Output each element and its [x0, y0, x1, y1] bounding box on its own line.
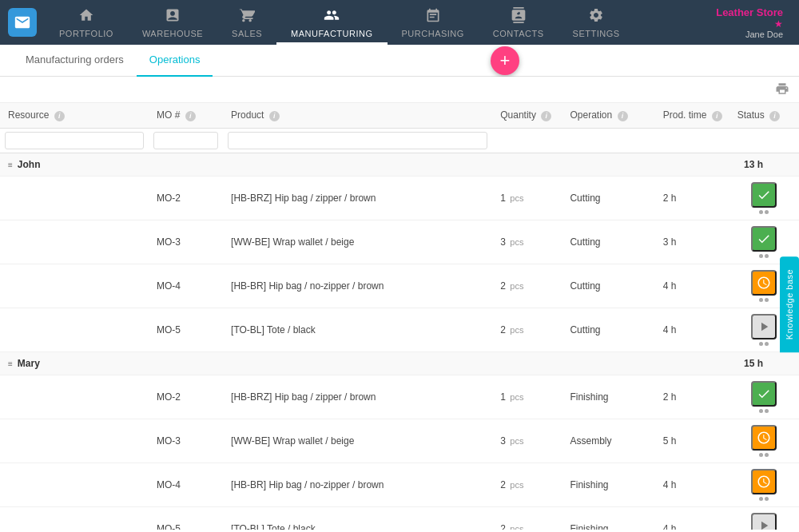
filter-product[interactable] — [223, 129, 492, 153]
cell-operation: Cutting — [562, 264, 654, 308]
cell-status — [729, 375, 799, 419]
cell-product: [HB-BR] Hip bag / no-zipper / brown — [223, 463, 492, 507]
table-filter-row — [0, 129, 799, 153]
group-label-cell: ≡ Mary — [0, 352, 729, 375]
status-button[interactable] — [751, 381, 777, 407]
store-name: Leather Store — [716, 6, 783, 18]
cell-operation: Finishing — [562, 507, 654, 530]
cell-operation: Cutting — [562, 220, 654, 264]
cell-quantity: 1 pcs — [492, 375, 562, 419]
nav-settings[interactable]: SETTINGS — [559, 0, 634, 45]
cell-mo: MO-4 — [149, 463, 223, 507]
cell-prod-time: 4 h — [655, 507, 729, 530]
app-logo[interactable] — [8, 8, 37, 37]
cell-status — [729, 177, 799, 220]
status-button[interactable] — [751, 469, 777, 494]
cell-mo: MO-5 — [149, 507, 223, 530]
status-button[interactable] — [751, 425, 777, 451]
table-row: MO-5 [TO-BL] Tote / black 2 pcs Cutting … — [0, 308, 799, 352]
cell-quantity: 2 pcs — [492, 308, 562, 352]
status-button[interactable] — [751, 314, 777, 339]
cell-product: [HB-BRZ] Hip bag / zipper / brown — [223, 177, 492, 220]
table-row: MO-2 [HB-BRZ] Hip bag / zipper / brown 1… — [0, 177, 799, 220]
group-arrow[interactable]: ≡ — [8, 359, 13, 368]
manufacturing-icon — [324, 7, 340, 27]
product-info-icon[interactable]: i — [269, 111, 280, 121]
nav-sales[interactable]: SALES — [217, 0, 276, 45]
cell-resource — [0, 507, 149, 530]
cell-quantity: 3 pcs — [492, 419, 562, 463]
toolbar — [0, 77, 799, 103]
cell-quantity: 1 pcs — [492, 177, 562, 220]
cell-product: [TO-BL] Tote / black — [223, 507, 492, 530]
operations-table-container[interactable]: Resource i MO # i Product i Quantity i O… — [0, 103, 799, 530]
main-content: Resource i MO # i Product i Quantity i O… — [0, 77, 799, 532]
resource-filter-input[interactable] — [5, 132, 144, 149]
table-header-row: Resource i MO # i Product i Quantity i O… — [0, 103, 799, 129]
filter-resource[interactable] — [0, 129, 149, 153]
group-name: Mary — [18, 358, 40, 369]
status-info-icon[interactable]: i — [769, 111, 780, 121]
sales-icon — [239, 7, 255, 27]
cell-quantity: 2 pcs — [492, 264, 562, 308]
nav-manufacturing[interactable]: MANUFACTURING — [276, 0, 387, 45]
cell-operation: Assembly — [562, 419, 654, 463]
cell-product: [TO-BL] Tote / black — [223, 308, 492, 352]
nav-purchasing[interactable]: PURCHASING — [388, 0, 479, 45]
nav-contacts[interactable]: CONTACTS — [479, 0, 559, 45]
col-header-quantity: Quantity i — [492, 103, 562, 129]
mo-info-icon[interactable]: i — [185, 111, 196, 121]
tab-manufacturing-orders[interactable]: Manufacturing orders — [13, 45, 137, 77]
status-button[interactable] — [751, 182, 777, 208]
col-header-prod-time: Prod. time i — [655, 103, 729, 129]
nav-warehouse[interactable]: WAREHOUSE — [128, 0, 217, 45]
col-header-operation: Operation i — [562, 103, 654, 129]
op-info-icon[interactable]: i — [618, 111, 628, 121]
cell-status — [729, 507, 799, 530]
cell-operation: Finishing — [562, 463, 654, 507]
cell-mo: MO-2 — [149, 375, 223, 419]
qty-info-icon[interactable]: i — [541, 111, 551, 121]
table-row: MO-3 [WW-BE] Wrap wallet / beige 3 pcs A… — [0, 419, 799, 463]
cell-mo: MO-3 — [149, 220, 223, 264]
cell-resource — [0, 375, 149, 419]
col-header-product: Product i — [223, 103, 492, 129]
cell-quantity: 3 pcs — [492, 220, 562, 264]
cell-quantity: 2 pcs — [492, 507, 562, 530]
col-header-status: Status i — [729, 103, 799, 129]
mo-filter-input[interactable] — [153, 132, 218, 149]
time-info-icon[interactable]: i — [712, 111, 722, 121]
knowledge-base-tab[interactable]: Knowledge base — [780, 256, 799, 352]
group-total-cell: 15 h — [729, 352, 799, 375]
print-icon[interactable] — [775, 81, 789, 99]
nav-portfolio[interactable]: PORTFOLIO — [45, 0, 128, 45]
add-button[interactable]: + — [491, 46, 519, 75]
cell-product: [WW-BE] Wrap wallet / beige — [223, 419, 492, 463]
cell-status — [729, 419, 799, 463]
cell-status — [729, 463, 799, 507]
cell-mo: MO-2 — [149, 177, 223, 220]
status-button[interactable] — [751, 270, 777, 296]
status-button[interactable] — [751, 513, 777, 530]
contacts-icon — [511, 7, 527, 27]
purchasing-icon — [425, 7, 441, 27]
cell-resource — [0, 419, 149, 463]
group-total-cell: 13 h — [729, 153, 799, 177]
tab-operations[interactable]: Operations — [137, 45, 213, 77]
cell-prod-time: 5 h — [655, 419, 729, 463]
resource-info-icon[interactable]: i — [54, 111, 65, 121]
group-label-cell: ≡ John — [0, 153, 729, 177]
col-header-resource: Resource i — [0, 103, 149, 129]
product-filter-input[interactable] — [228, 132, 487, 149]
group-row: ≡ Mary 15 h — [0, 352, 799, 375]
filter-mo[interactable] — [149, 129, 223, 153]
table-row: MO-3 [WW-BE] Wrap wallet / beige 3 pcs C… — [0, 220, 799, 264]
user-info[interactable]: Leather Store ★ Jane Doe — [716, 6, 791, 39]
group-name: John — [18, 159, 41, 170]
group-arrow[interactable]: ≡ — [8, 161, 13, 169]
status-button[interactable] — [751, 226, 777, 252]
cell-operation: Cutting — [562, 177, 654, 220]
settings-icon — [588, 7, 604, 27]
cell-resource — [0, 308, 149, 352]
cell-prod-time: 4 h — [655, 264, 729, 308]
